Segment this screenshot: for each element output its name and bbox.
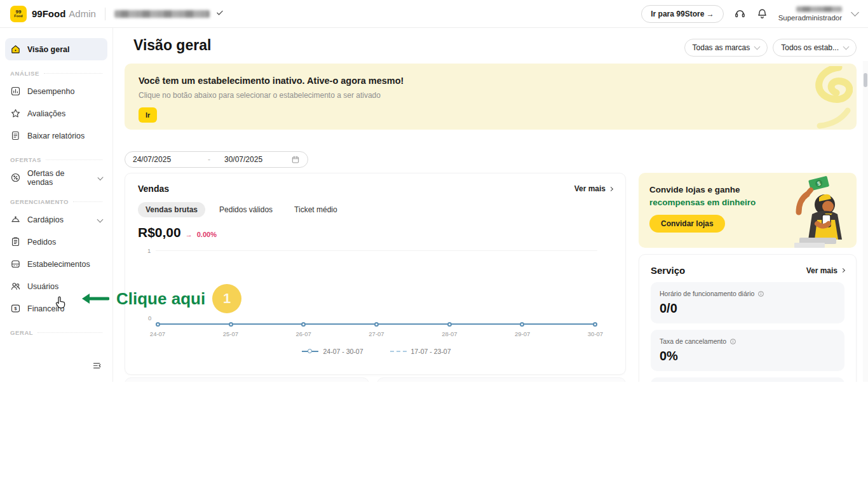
servico-card: Serviço Ver mais Horário de funcionament… [639,254,857,382]
banner-subtitle: Clique no botão abaixo para selecionar o… [139,91,843,100]
user-account[interactable]: Superadministrador [778,6,842,22]
scrollbar-track [863,61,868,382]
x-axis-labels: 24-07 25-07 26-07 27-07 28-07 29-07 30-0… [146,330,607,337]
brand-filter-dropdown[interactable]: Todas as marcas [684,39,768,57]
data-point [301,322,306,327]
annotation-step-badge: 1 [212,284,241,313]
invite-text: Convide lojas e ganhe recompensas em din… [649,184,763,208]
star-icon [10,108,21,119]
stat-itens-ausentes: Taxa de itens ausentes/incorretos [651,377,844,382]
section-label: ANÁLISE [10,70,39,77]
user-role-label: Superadministrador [778,14,842,22]
home-icon [10,44,21,55]
establishment-filter-dropdown[interactable]: Todos os estab... [773,39,857,57]
date-separator: - [208,155,224,164]
data-point [593,322,597,327]
x-tick: 26-07 [292,330,316,337]
section-label: OFERTAS [10,156,41,163]
chevron-down-icon [754,44,761,50]
sidebar-item-label: Cardápios [27,215,64,224]
vendas-delta: 0.00% [197,231,217,238]
scrollbar-thumb[interactable] [864,73,867,87]
legend-label: 24-07 - 30-07 [323,348,363,355]
establishment-filter-value: Todos os estab... [781,43,839,52]
vendas-title: Vendas [138,184,169,194]
sidebar-section-geral: GERAL [5,325,107,339]
go-to-99store-button[interactable]: Ir para 99Store → [641,5,723,23]
chevron-down-icon [97,175,103,180]
invite-stores-card: Convide lojas e ganhe recompensas em din… [639,173,857,248]
arrow-left-icon [80,292,109,306]
vendas-ver-mais-link[interactable]: Ver mais [574,184,613,193]
page-title: Visão geral [133,37,211,54]
dashed-line-swatch-icon [390,351,407,352]
brand-name: 99Food [32,8,65,19]
sidebar-item-visao-geral[interactable]: Visão geral [5,38,107,60]
sidebar-nav: Visão geral ANÁLISE Desempenho Avaliaçõe… [0,28,113,382]
sidebar-item-label: Pedidos [27,238,56,247]
legend-current-period[interactable]: 24-07 - 30-07 [302,348,363,355]
next-row-card-partial [125,377,369,382]
chevron-right-icon [609,186,613,191]
invite-illustration: $ [754,174,855,248]
section-label: GERENCIAMENTO [10,198,69,205]
chart-x-axis: 0 [156,321,597,327]
cloche-icon [10,214,21,225]
servico-title: Serviço [651,265,685,276]
stat-value: 0% [660,349,836,363]
performance-chart-icon [10,86,21,97]
users-icon [10,281,21,292]
vendas-tabs: Vendas brutas Pedidos válidos Ticket méd… [138,202,613,217]
sidebar-item-desempenho[interactable]: Desempenho [5,80,107,102]
clique-aqui-annotation: Clique aqui 1 [80,284,241,313]
sidebar-item-label: Usuários [27,282,58,291]
chevron-down-icon [843,44,850,50]
servico-ver-mais-link[interactable]: Ver mais [806,266,844,275]
sidebar-item-label: Avaliações [27,109,65,118]
invite-text-green: recompensas em dinheiro [649,198,756,207]
data-point [520,322,524,327]
info-icon[interactable] [757,290,764,297]
sidebar-item-ofertas-de-vendas[interactable]: Ofertas de vendas [5,166,107,189]
tab-pedidos-validos[interactable]: Pedidos válidos [212,202,280,217]
date-range-picker[interactable]: 24/07/2025 - 30/07/2025 [125,151,308,168]
sidebar-item-estabelecimentos[interactable]: Estabelecimentos [5,253,107,275]
legend-previous-period[interactable]: 17-07 - 23-07 [390,348,451,355]
store-name-blurred[interactable] [114,10,210,18]
convidar-lojas-button[interactable]: Convidar lojas [649,215,725,233]
chart-legend: 24-07 - 30-07 17-07 - 23-07 [156,348,597,355]
x-tick: 29-07 [510,330,534,337]
banner-go-button[interactable]: Ir [139,107,157,123]
chevron-down-icon[interactable] [851,8,859,17]
sidebar-section-gerenciamento: GERENCIAMENTO [5,194,107,208]
collapse-sidebar-icon[interactable] [92,360,102,373]
info-icon[interactable] [729,338,736,345]
data-point [156,322,160,327]
tab-vendas-brutas[interactable]: Vendas brutas [138,202,205,217]
notifications-bell-icon[interactable] [756,8,768,20]
hand-cursor-icon [53,295,67,310]
banner-swirl-decoration [757,66,853,130]
tab-ticket-medio[interactable]: Ticket médio [287,202,345,217]
x-tick: 28-07 [437,330,461,337]
check-icon [215,8,224,20]
stat-taxa-cancelamento: Taxa de cancelamento 0% [651,330,844,371]
stat-horario-funcionamento: Horário de funcionamento diário 0/0 [651,282,844,323]
sidebar-item-pedidos[interactable]: Pedidos [5,231,107,253]
logo-text-bottom: Food [14,15,22,18]
sidebar-item-label: Visão geral [27,45,69,54]
sidebar-item-baixar-relatorios[interactable]: Baixar relatórios [5,125,107,147]
solid-line-swatch-icon [302,349,318,354]
sidebar-item-avaliacoes[interactable]: Avaliações [5,102,107,125]
x-tick: 24-07 [146,330,170,337]
clipboard-icon [10,236,21,247]
chevron-right-icon [841,268,845,273]
invite-text-black: Convide lojas e ganhe [649,185,740,194]
sidebar-item-cardapios[interactable]: Cardápios [5,208,107,231]
top-bar: 99 Food 99Food Admin Ir para 99Store → S… [0,0,868,28]
stat-label: Horário de funcionamento diário [660,290,754,297]
support-headset-icon[interactable] [734,8,746,20]
x-tick: 30-07 [583,330,607,337]
storefront-icon [10,259,21,269]
sidebar-item-label: Estabelecimentos [27,260,90,269]
